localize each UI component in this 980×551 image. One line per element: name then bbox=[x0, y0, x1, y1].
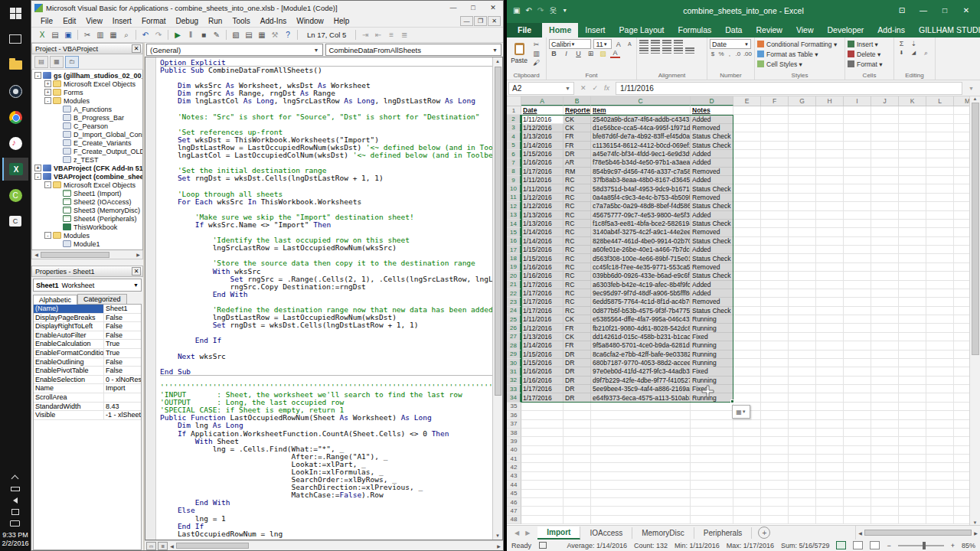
grid-cell[interactable]: 1/15/2016 bbox=[521, 350, 564, 359]
grid-cell[interactable] bbox=[564, 463, 591, 471]
full-module-view-icon[interactable]: ≣ bbox=[158, 542, 168, 550]
grid-cell[interactable] bbox=[954, 263, 969, 272]
grid-cell[interactable] bbox=[816, 446, 844, 455]
task-view-icon[interactable] bbox=[2, 28, 28, 51]
grid-cell[interactable] bbox=[761, 490, 789, 498]
row-header-34[interactable]: 34 bbox=[507, 393, 521, 402]
grid-cell[interactable] bbox=[926, 307, 954, 315]
grid-cell[interactable] bbox=[899, 228, 926, 236]
grid-cell[interactable] bbox=[871, 289, 899, 298]
excel-restore-button[interactable]: □ bbox=[934, 3, 956, 18]
vba-minimize-button[interactable]: — bbox=[443, 2, 463, 14]
grid-cell[interactable] bbox=[954, 298, 969, 306]
grid-cell[interactable] bbox=[926, 333, 954, 341]
grid-cell[interactable]: e64f9373-6eca-4575-a113-510ab31ba5a0 bbox=[591, 393, 691, 402]
row-header-12[interactable]: 12 bbox=[507, 202, 521, 210]
grid-cell[interactable] bbox=[733, 106, 761, 115]
grid-cell[interactable]: 828be447-461d-4be0-9914-02b701746fb2 bbox=[591, 237, 691, 246]
grid-cell[interactable] bbox=[954, 367, 969, 376]
tab-gillham-studios[interactable]: GILLHAM STUDIOS bbox=[912, 23, 980, 37]
grid-cell[interactable] bbox=[954, 385, 969, 393]
grid-cell[interactable] bbox=[761, 333, 789, 341]
grid-cell[interactable]: d9f7b229-42fe-4dbe-9f77-f41052789684 bbox=[591, 377, 691, 385]
grid-cell[interactable] bbox=[816, 367, 844, 376]
dec-inc-icon[interactable]: .0 bbox=[735, 49, 741, 58]
grid-cell[interactable] bbox=[899, 455, 926, 463]
view-excel-icon[interactable]: X bbox=[36, 29, 48, 41]
grid-cell[interactable] bbox=[954, 254, 969, 262]
grid-cell[interactable] bbox=[844, 472, 871, 481]
scroll-down-icon[interactable]: ▼ bbox=[973, 520, 978, 525]
grid-cell[interactable] bbox=[926, 168, 954, 176]
property-row-name[interactable]: (Name)Sheet1 bbox=[34, 305, 141, 314]
grid-cell[interactable] bbox=[591, 403, 691, 411]
code-editor[interactable]: Option ExplicitPublic Sub CombineDataFro… bbox=[156, 57, 492, 540]
column-header-h[interactable]: H bbox=[816, 96, 844, 106]
grid-cell[interactable] bbox=[691, 507, 733, 515]
grid-cell[interactable] bbox=[816, 341, 844, 350]
grid-cell[interactable]: bfe87d6f-de7a-4b92-83ff-ef45d0a72efc bbox=[591, 132, 691, 141]
grid-cell[interactable] bbox=[954, 315, 969, 324]
grid-cell[interactable] bbox=[789, 254, 816, 262]
grid-cell[interactable]: 1/16/2016 bbox=[521, 367, 564, 376]
row-header-31[interactable]: 31 bbox=[507, 367, 521, 376]
grid-cell[interactable] bbox=[844, 429, 871, 437]
grid-hscrollbar[interactable]: ◀ ▶ bbox=[855, 526, 980, 540]
grid-cell[interactable]: Running bbox=[691, 359, 733, 367]
properties-object-selector[interactable]: Sheet1 Worksheet ▼ bbox=[33, 279, 142, 292]
grid-cell[interactable]: Status Check bbox=[691, 237, 733, 246]
grid-cell[interactable] bbox=[844, 455, 871, 463]
grid-cell[interactable] bbox=[691, 420, 733, 429]
grid-cell[interactable]: RC bbox=[564, 211, 591, 220]
grid-cell[interactable] bbox=[733, 281, 761, 289]
grid-cell[interactable]: RC bbox=[564, 202, 591, 210]
grid-cell[interactable] bbox=[789, 455, 816, 463]
grid-cell[interactable] bbox=[926, 393, 954, 402]
property-row-name[interactable]: NameImport bbox=[34, 384, 141, 393]
grid-cell[interactable] bbox=[816, 324, 844, 332]
grid-cell[interactable] bbox=[816, 184, 844, 193]
grid-cell[interactable] bbox=[871, 281, 899, 289]
grid-cell[interactable] bbox=[871, 246, 899, 254]
grid-cell[interactable] bbox=[733, 446, 761, 455]
grid-cell[interactable] bbox=[816, 106, 844, 115]
align-top-icon[interactable] bbox=[651, 39, 660, 47]
grid-cell[interactable] bbox=[521, 455, 564, 463]
grid-cell[interactable] bbox=[789, 315, 816, 324]
grid-cell[interactable] bbox=[691, 490, 733, 498]
grid-cell[interactable]: Status Check bbox=[691, 254, 733, 262]
grid-cell[interactable] bbox=[926, 403, 954, 411]
grid-cell[interactable] bbox=[761, 220, 789, 228]
grid-cell[interactable] bbox=[733, 132, 761, 141]
grid-cell[interactable] bbox=[844, 315, 871, 324]
row-header-48[interactable]: 48 bbox=[507, 516, 521, 524]
paste-options-button[interactable]: ▦▼ bbox=[732, 405, 750, 419]
fill-icon[interactable]: ⬇ bbox=[897, 48, 906, 57]
grid-cell[interactable] bbox=[844, 490, 871, 498]
grid-cell[interactable]: RC bbox=[564, 281, 591, 289]
child-close-button[interactable]: ✕ bbox=[488, 16, 501, 26]
grid-cell[interactable] bbox=[521, 472, 564, 481]
cell-styles-button[interactable]: Cell Styles ▾ bbox=[757, 59, 842, 69]
row-header-1[interactable]: 1 bbox=[507, 106, 521, 115]
grid-cell[interactable] bbox=[733, 490, 761, 498]
grid-cell[interactable] bbox=[871, 437, 899, 445]
grid-cell[interactable] bbox=[871, 298, 899, 306]
grid-cell[interactable] bbox=[954, 124, 969, 132]
grid-cell[interactable]: f1c8f5a3-ee81-4bfa-bce2-58261941ac92 bbox=[591, 220, 691, 228]
grid-cell[interactable] bbox=[564, 420, 591, 429]
grid-cell[interactable] bbox=[844, 220, 871, 228]
tab-file[interactable]: File bbox=[507, 23, 542, 37]
row-header-38[interactable]: 38 bbox=[507, 429, 521, 437]
sheet-tab-memorydisc[interactable]: MemoryDisc bbox=[632, 527, 694, 539]
design-mode-icon[interactable]: ✎ bbox=[211, 29, 223, 41]
row-header-45[interactable]: 45 bbox=[507, 490, 521, 498]
grid-cell[interactable] bbox=[733, 359, 761, 367]
grid-cell[interactable]: Status Check bbox=[691, 184, 733, 193]
zoom-out-icon[interactable]: − bbox=[887, 542, 890, 549]
save-icon[interactable]: ▣ bbox=[513, 6, 520, 15]
italic-icon[interactable]: I bbox=[561, 49, 571, 58]
grid-cell[interactable] bbox=[871, 420, 899, 429]
menu-item-view[interactable]: View bbox=[81, 16, 107, 26]
align-left-icon[interactable] bbox=[639, 47, 648, 54]
